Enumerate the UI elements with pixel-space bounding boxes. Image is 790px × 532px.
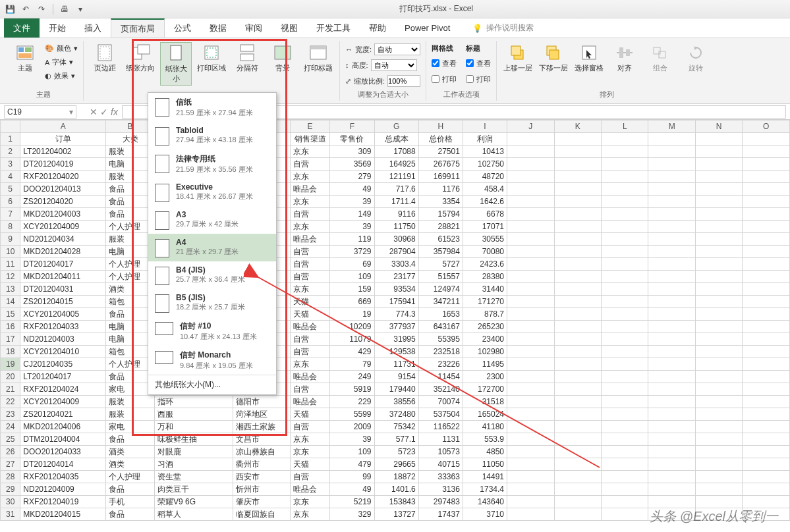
printpreview-icon[interactable]: ▾ xyxy=(74,3,86,15)
col-header-F[interactable]: F xyxy=(330,120,374,133)
cell[interactable]: 3303.4 xyxy=(374,258,418,271)
cell[interactable]: 377937 xyxy=(374,321,418,333)
printarea-button[interactable]: 打印区域 xyxy=(196,42,227,74)
breaks-button[interactable]: 分隔符 xyxy=(231,42,263,74)
cell[interactable]: 唯品会 xyxy=(290,396,330,408)
cell[interactable]: 6678 xyxy=(463,208,507,221)
cell[interactable]: CJ201204035 xyxy=(20,358,106,371)
forward-button[interactable]: 上移一层 xyxy=(502,42,534,74)
paper-option[interactable]: 信封 #1010.47 厘米 x 24.13 厘米 xyxy=(148,317,276,346)
cell[interactable]: 537504 xyxy=(418,408,463,421)
cell[interactable]: 唯品会 xyxy=(290,233,330,246)
table-header-cell[interactable]: 利润 xyxy=(463,133,507,146)
cell[interactable]: 5919 xyxy=(330,383,374,396)
cell[interactable]: 14491 xyxy=(463,471,507,483)
theme-effects[interactable]: ◐效果 ▾ xyxy=(45,71,78,81)
cell[interactable]: 1734.4 xyxy=(463,483,507,496)
cell[interactable]: RXF201204035 xyxy=(20,471,106,483)
paper-option[interactable]: Tabloid27.94 厘米 x 43.18 厘米 xyxy=(148,122,276,149)
cell[interactable]: 149 xyxy=(330,208,374,221)
cell[interactable]: 19 xyxy=(330,308,374,321)
cell[interactable]: 18872 xyxy=(374,471,418,483)
cell[interactable]: 10209 xyxy=(330,321,374,333)
cell[interactable]: 119 xyxy=(330,233,374,246)
col-header-A[interactable]: A xyxy=(20,120,106,133)
cell[interactable]: 11731 xyxy=(374,358,418,371)
cell[interactable]: 自营 xyxy=(290,258,330,271)
cell[interactable]: 3354 xyxy=(418,196,463,208)
cell[interactable]: 13727 xyxy=(374,508,418,521)
cell[interactable]: 忻州市 xyxy=(233,483,291,496)
cell[interactable]: DT201204017 xyxy=(20,258,106,271)
cell[interactable]: MKD201204011 xyxy=(20,271,106,283)
cell[interactable]: 372480 xyxy=(374,408,418,421)
row-header[interactable]: 11 xyxy=(1,258,20,271)
cell[interactable]: 11454 xyxy=(418,371,463,383)
quickprint-icon[interactable]: 🖶 xyxy=(59,3,71,15)
cell[interactable]: 79 xyxy=(330,358,374,371)
cell[interactable]: 29665 xyxy=(374,458,418,471)
cell[interactable]: 3710 xyxy=(463,508,507,521)
cell[interactable]: 京东 xyxy=(290,221,330,233)
row-header[interactable]: 1 xyxy=(1,133,20,146)
cell[interactable]: 28380 xyxy=(463,271,507,283)
cell[interactable]: 30968 xyxy=(374,233,418,246)
cell[interactable]: 39 xyxy=(330,196,374,208)
cell[interactable]: 11750 xyxy=(374,221,418,233)
tab-insert[interactable]: 插入 xyxy=(75,18,111,38)
cell[interactable]: 41180 xyxy=(463,421,507,433)
cell[interactable]: 121191 xyxy=(374,171,418,183)
row-header[interactable]: 8 xyxy=(1,221,20,233)
paper-option[interactable]: Executive18.41 厘米 x 26.67 厘米 xyxy=(148,178,276,206)
row-header[interactable]: 22 xyxy=(1,396,20,408)
cell[interactable]: XCY201204009 xyxy=(20,221,106,233)
cell[interactable]: 232518 xyxy=(418,346,463,358)
height-select[interactable]: 自动 xyxy=(371,59,417,71)
cell[interactable]: 1642.6 xyxy=(463,196,507,208)
tab-formulas[interactable]: 公式 xyxy=(165,18,200,38)
cell[interactable]: 31518 xyxy=(463,396,507,408)
cell[interactable]: 2300 xyxy=(463,371,507,383)
cell[interactable]: 酒类 xyxy=(106,458,155,471)
cell[interactable]: ZS201204021 xyxy=(20,408,106,421)
theme-colors[interactable]: 🎨颜色 ▾ xyxy=(45,43,78,53)
cell[interactable]: 衢州市 xyxy=(233,458,291,471)
spreadsheet-grid[interactable]: ABCDEFGHIJKLMNO 1订单大类销售渠道零售价总成本总价格利润2LT2… xyxy=(0,120,790,532)
cell[interactable]: 食品 xyxy=(106,483,155,496)
undo-icon[interactable]: ↶ xyxy=(20,3,32,15)
table-header-cell[interactable]: 销售渠道 xyxy=(290,133,330,146)
cell[interactable]: 179440 xyxy=(374,383,418,396)
cell[interactable]: 天猫 xyxy=(290,308,330,321)
group-button[interactable]: 组合 xyxy=(644,42,676,74)
cell[interactable]: 味极鲜生抽 xyxy=(154,433,233,446)
cell[interactable]: 553.9 xyxy=(463,433,507,446)
cell[interactable]: 172700 xyxy=(463,383,507,396)
cell[interactable]: 30555 xyxy=(463,233,507,246)
cell[interactable]: 577.1 xyxy=(374,433,418,446)
paper-option[interactable]: B4 (JIS)25.7 厘米 x 36.4 厘米 xyxy=(148,261,276,289)
cell[interactable]: 德阳市 xyxy=(233,396,291,408)
cell[interactable]: 347211 xyxy=(418,296,463,308)
cell[interactable]: 40715 xyxy=(418,458,463,471)
cell[interactable]: 3136 xyxy=(418,483,463,496)
cell[interactable]: 3569 xyxy=(330,158,374,171)
cell[interactable]: 唯品会 xyxy=(290,183,330,196)
col-header-L[interactable]: L xyxy=(601,120,648,133)
cell[interactable]: 159 xyxy=(330,283,374,296)
cell[interactable]: 717.6 xyxy=(374,183,418,196)
cell[interactable]: XCY201204010 xyxy=(20,346,106,358)
table-header-cell[interactable]: 订单 xyxy=(20,133,106,146)
row-header[interactable]: 12 xyxy=(1,271,20,283)
cell[interactable]: 102980 xyxy=(463,346,507,358)
cell[interactable]: 38556 xyxy=(374,396,418,408)
row-header[interactable]: 19 xyxy=(1,358,20,371)
cell[interactable]: 39 xyxy=(330,433,374,446)
enter-icon[interactable]: ✓ xyxy=(100,107,108,117)
cell[interactable]: DOO201204033 xyxy=(20,446,106,458)
cell[interactable]: ND201204009 xyxy=(20,483,106,496)
cell[interactable]: 10413 xyxy=(463,146,507,158)
table-header-cell[interactable]: 总成本 xyxy=(374,133,418,146)
col-header-O[interactable]: O xyxy=(743,120,790,133)
col-header-E[interactable]: E xyxy=(290,120,330,133)
cell[interactable]: MKD201204006 xyxy=(20,421,106,433)
